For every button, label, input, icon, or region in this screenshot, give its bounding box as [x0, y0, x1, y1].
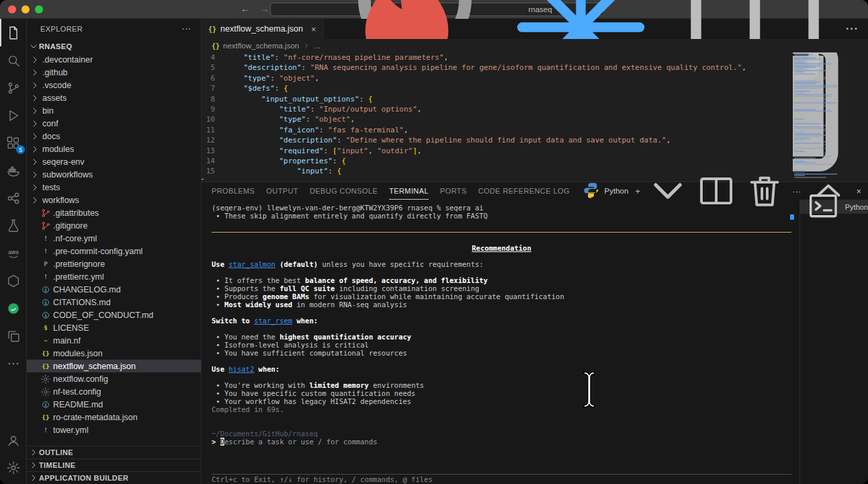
file-name: CITATIONS.md	[53, 298, 111, 307]
folder-item[interactable]: modules	[27, 143, 201, 155]
file-name: LICENSE	[53, 323, 89, 333]
section-rnaseq[interactable]: RNASEQ	[27, 39, 201, 53]
panel-tab-debug-console[interactable]: DEBUG CONSOLE	[310, 182, 378, 200]
folder-item[interactable]: bin	[27, 104, 201, 117]
gear-icon	[40, 374, 51, 385]
terminal-instance-label: Python	[845, 203, 868, 211]
folder-item[interactable]: seqera-env	[27, 155, 201, 168]
terminal-instance-python[interactable]: Python	[800, 200, 868, 214]
line-number: 5	[202, 63, 226, 73]
activity-remote-explorer-button[interactable]	[0, 184, 27, 212]
activity-additional-views-button[interactable]	[0, 350, 27, 377]
activity-snippets-button[interactable]	[0, 322, 27, 350]
file-item[interactable]: !tower.yml	[27, 424, 201, 436]
section-outline[interactable]: OUTLINE	[27, 446, 201, 458]
info-icon: i	[40, 401, 51, 408]
folder-item[interactable]: assets	[27, 91, 201, 104]
file-item[interactable]: {}nextflow_schema.json	[27, 360, 201, 372]
file-item[interactable]: !.prettierrc.yml	[27, 270, 201, 283]
terminal-scrollbar-marker[interactable]	[790, 214, 794, 220]
close-panel-icon[interactable]: ×	[856, 186, 861, 196]
editor-actions: ···	[324, 19, 868, 39]
file-item[interactable]: P.prettierignore	[27, 257, 201, 270]
close-window-button[interactable]	[8, 5, 16, 13]
folder-item[interactable]: .devcontainer	[27, 53, 201, 66]
activity-accounts-button[interactable]	[0, 426, 27, 454]
new-terminal-button[interactable]: +	[635, 186, 640, 196]
file-item[interactable]: iREADME.md	[27, 398, 201, 411]
activity-explorer-button[interactable]	[0, 19, 27, 46]
activity-source-control-button[interactable]	[0, 74, 27, 102]
folder-item[interactable]: .vscode	[27, 79, 201, 91]
close-tab-icon[interactable]: ×	[311, 24, 316, 34]
terminal-shell-selector[interactable]: Python	[581, 180, 629, 202]
terminal-output[interactable]: (seqera-env) llewelyn-van-der-berg@KTW2Y…	[202, 200, 799, 484]
file-name: tower.yml	[53, 426, 89, 435]
folder-name: docs	[42, 132, 60, 141]
breadcrumb[interactable]: {} nextflow_schema.json ...	[202, 39, 868, 52]
folder-item[interactable]: .github	[27, 66, 201, 79]
terminal-line	[212, 220, 799, 228]
activity-aws-button[interactable]: aws	[0, 239, 27, 267]
editor-more-actions-icon[interactable]: ···	[846, 23, 859, 35]
folder-item[interactable]: workflows	[27, 194, 201, 206]
chevron-right-icon	[30, 118, 40, 129]
minimap[interactable]	[794, 54, 848, 179]
tab-nextflow-schema-json[interactable]: {} nextflow_schema.json ×	[202, 19, 324, 39]
activity-seqera-button[interactable]	[0, 294, 27, 322]
section-timeline[interactable]: TIMELINE	[27, 458, 201, 471]
folder-item[interactable]: tests	[27, 181, 201, 194]
folder-name: assets	[42, 93, 67, 103]
panel-tab-problems[interactable]: PROBLEMS	[212, 182, 255, 200]
accounts-icon	[6, 433, 21, 448]
file-item[interactable]: iCITATIONS.md	[27, 296, 201, 309]
activity-search-button[interactable]	[0, 46, 27, 74]
activity-extensions-button[interactable]: 5	[0, 129, 27, 157]
explorer-more-actions-icon[interactable]: ···	[182, 25, 191, 33]
panel-tab-ports[interactable]: PORTS	[440, 182, 467, 200]
json-icon: {}	[40, 413, 51, 421]
panel-more-actions-icon[interactable]: ···	[792, 186, 801, 196]
minimize-window-button[interactable]	[21, 5, 30, 13]
file-item[interactable]: nf-test.config	[27, 385, 201, 398]
file-item[interactable]: {}ro-crate-metadata.json	[27, 411, 201, 424]
terminal-link[interactable]: star_rsem	[254, 317, 292, 325]
breadcrumb-symbol[interactable]: ...	[314, 42, 320, 50]
line-number: 11	[202, 125, 226, 135]
code-editor[interactable]: 4 "title": "nf-core/rnaseq pipeline para…	[202, 52, 793, 179]
panel-tab-output[interactable]: OUTPUT	[266, 182, 298, 200]
activity-docker-button[interactable]	[0, 157, 27, 184]
file-name: nextflow.config	[53, 374, 108, 384]
terminal-line: Use hisat2 when:	[212, 365, 799, 373]
activity-testing-button[interactable]	[0, 212, 27, 239]
file-item[interactable]: .gitattributes	[27, 206, 201, 219]
breadcrumb-file[interactable]: nextflow_schema.json	[223, 42, 299, 50]
panel-tab-code-reference-log[interactable]: CODE REFERENCE LOG	[478, 182, 570, 200]
file-item[interactable]: {}modules.json	[27, 347, 201, 360]
file-item[interactable]: §LICENSE	[27, 321, 201, 334]
folder-item[interactable]: subworkflows	[27, 168, 201, 181]
file-name: modules.json	[53, 349, 103, 358]
file-item[interactable]: ~main.nf	[27, 334, 201, 347]
file-name: .pre-commit-config.yaml	[53, 247, 142, 256]
terminal-link[interactable]: hisat2	[228, 365, 254, 373]
folder-name: bin	[42, 106, 54, 116]
folder-item[interactable]: conf	[27, 117, 201, 130]
folder-item[interactable]: docs	[27, 130, 201, 143]
terminal-line: • Supports the full QC suite including c…	[212, 284, 799, 292]
file-item[interactable]: .gitignore	[27, 219, 201, 232]
panel-tab-terminal[interactable]: TERMINAL	[389, 182, 429, 200]
file-item[interactable]: !.nf-core.yml	[27, 232, 201, 245]
folder-name: .devcontainer	[42, 55, 93, 65]
activity-manage-button[interactable]	[0, 454, 27, 481]
activity-extension-view-button[interactable]	[0, 267, 27, 294]
terminal-link[interactable]: star_salmon	[228, 260, 275, 268]
file-item[interactable]: !.pre-commit-config.yaml	[27, 245, 201, 257]
nextflow-icon: ~	[40, 337, 51, 344]
section-application-builder[interactable]: APPLICATION BUILDER	[27, 471, 201, 484]
file-item[interactable]: iCHANGELOG.md	[27, 283, 201, 296]
file-item[interactable]: nextflow.config	[27, 372, 201, 385]
file-item[interactable]: iCODE_OF_CONDUCT.md	[27, 309, 201, 321]
activity-run-and-debug-button[interactable]	[0, 102, 27, 129]
search-icon	[6, 53, 21, 68]
